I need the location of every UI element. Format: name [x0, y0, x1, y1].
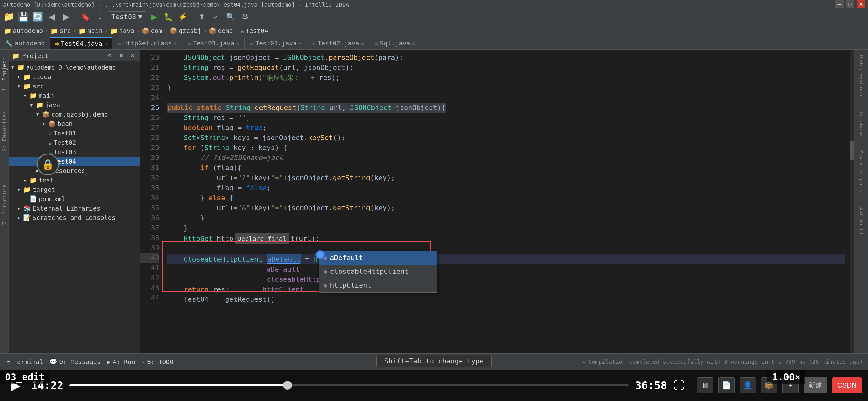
code-editor[interactable]: JSONObject jsonObject = JSONObject.parse…: [162, 50, 850, 353]
commit-button[interactable]: ✓: [210, 11, 222, 23]
tree-item-com-qzcsbj-demo[interactable]: ▼ 📦 com.qzcsbj.demo: [9, 110, 140, 119]
project-collapse-button[interactable]: ≡: [117, 51, 125, 60]
tree-item-scratches[interactable]: ▶ 📝 Scratches and Consoles: [9, 213, 140, 223]
progress-bar[interactable]: [69, 384, 629, 386]
tree-item-test01[interactable]: ☕ Test01: [9, 128, 140, 138]
tab-httpget-close[interactable]: ✕: [174, 40, 177, 46]
tree-item-main[interactable]: ▼ 📁 main: [9, 91, 140, 100]
tab-test02[interactable]: ☕ Test02.java ✕: [307, 37, 369, 50]
code-line-35: url+="&"+key+"="+jsonObject.getString(ke…: [167, 203, 845, 213]
breadcrumb-qzcsbj[interactable]: 📦 qzcsbj: [169, 27, 201, 34]
terminal-button[interactable]: 🖥: [697, 377, 713, 394]
open-folder-button[interactable]: 📁: [2, 11, 15, 23]
autocomplete-item-httpclient[interactable]: ◆ httpClient: [319, 279, 437, 292]
terminal-status[interactable]: 🖥 Terminal: [5, 358, 43, 366]
breadcrumb-demo[interactable]: 📦 demo: [209, 27, 233, 34]
scroll-thumb[interactable]: [850, 141, 854, 160]
minimize-button[interactable]: ─: [835, 0, 844, 8]
debug-button[interactable]: 🐛: [162, 11, 175, 23]
tree-item-target[interactable]: ▼ 📁 target: [9, 185, 140, 194]
vcs-button[interactable]: ⬆: [195, 11, 208, 23]
project-close-button[interactable]: ✕: [128, 51, 137, 60]
tab-test04-icon: ✱: [55, 40, 59, 47]
tab-test02-close[interactable]: ✕: [361, 40, 364, 46]
lock-overlay: 🔒: [37, 153, 59, 175]
tree-item-test04[interactable]: ☕ Test04: [9, 156, 140, 166]
maven-button[interactable]: Maven Projects: [857, 148, 866, 195]
notes-button[interactable]: 📄: [718, 377, 735, 394]
csdn-button[interactable]: CSDN: [832, 377, 862, 394]
new-button[interactable]: 新建: [804, 377, 827, 394]
autocomplete-item-adefault[interactable]: ◆ aDefault: [319, 251, 437, 265]
run-button[interactable]: ▶: [148, 11, 160, 23]
tab-test03-close[interactable]: ✕: [236, 40, 239, 46]
tab-test01[interactable]: ☕ Test01.java ✕: [245, 37, 307, 50]
title-text: autodemo [D:\demo\autodemo] - ...\src\ma…: [3, 1, 349, 8]
fullscreen-button[interactable]: ⛶: [673, 379, 685, 392]
breadcrumb-java[interactable]: 📁 java: [110, 27, 134, 34]
sidebar-structure-label[interactable]: 7: Structure: [0, 180, 9, 229]
tab-sql-close[interactable]: ✕: [412, 40, 415, 46]
code-line-34: } else {: [167, 193, 845, 203]
todo-status[interactable]: ☑ 6: TODO: [142, 358, 173, 366]
project-settings-button[interactable]: ⚙: [105, 51, 114, 60]
tab-test03[interactable]: ☕ Test03.java ✕: [182, 37, 245, 50]
tab-autodemo[interactable]: 🔧 autodemo: [0, 37, 50, 50]
search-button[interactable]: 🔍: [224, 11, 237, 23]
tab-sql[interactable]: ☕ Sql.java ✕: [369, 37, 420, 50]
database-button[interactable]: Database: [857, 109, 866, 139]
tab-test01-close[interactable]: ✕: [299, 40, 302, 46]
code-line-42: closeableHttpClient: [167, 275, 845, 284]
run-status[interactable]: ▶ 4: Run: [107, 358, 135, 366]
run-config-selector[interactable]: Test03 ▼: [108, 11, 146, 22]
user-button[interactable]: 👤: [740, 377, 756, 394]
step-over-button[interactable]: ⤵: [94, 11, 106, 23]
tree-item-src[interactable]: ▼ 📁 src: [9, 82, 140, 91]
forward-button[interactable]: ▶: [60, 11, 72, 23]
sidebar-project-label[interactable]: 1: Project: [0, 53, 9, 95]
tree-item-resources[interactable]: ▶ 📁 resources: [9, 166, 140, 175]
breadcrumb-autodemo[interactable]: 📁 autodemo: [4, 27, 43, 34]
tree-item-autodemo[interactable]: ▼ 📁 autodemo D:\demo\autodemo: [9, 63, 140, 72]
project-label: 📁: [12, 52, 20, 59]
code-line-39: [167, 245, 845, 254]
tree-item-bean[interactable]: ▶ 📦 bean: [9, 119, 140, 128]
editor-area[interactable]: 20 21 22 23 24 25 26 27 28 29 30 31 32 3…: [140, 50, 854, 353]
save-button[interactable]: 💾: [17, 11, 29, 23]
progress-handle[interactable]: [283, 381, 292, 390]
coverage-button[interactable]: ⚡: [177, 11, 189, 23]
messages-status[interactable]: 💬 0: Messages: [50, 358, 100, 366]
window-controls[interactable]: ─ □ ✕: [835, 0, 865, 8]
tab-test04-close[interactable]: ✕: [104, 41, 107, 47]
editor-scrollbar[interactable]: [850, 50, 854, 353]
sidebar-favorites-label[interactable]: 2: Favorites: [0, 107, 9, 155]
breadcrumb-main[interactable]: 📁 main: [79, 27, 103, 34]
bookmark-button[interactable]: 🔖: [79, 11, 92, 23]
tree-item-test02[interactable]: ☕ Test02: [9, 138, 140, 147]
tab-httpget[interactable]: ☕ HttpGet.class ✕: [112, 37, 182, 50]
breadcrumb: 📁 autodemo › 📁 src › 📁 main › 📁 java › 📦…: [0, 25, 868, 36]
tree-item-pom[interactable]: 📄 pom.xml: [9, 194, 140, 204]
back-button[interactable]: ◀: [46, 11, 58, 23]
tab-test04[interactable]: ✱ Test04.java ✕: [50, 37, 112, 50]
breadcrumb-test04[interactable]: ☕ Test04: [241, 27, 268, 34]
redis-explorer-button[interactable]: Redis Explorer: [857, 53, 866, 100]
autocomplete-popup[interactable]: ◆ aDefault ◆ closeableHttpClient ◆ httpC…: [318, 251, 437, 293]
refresh-button[interactable]: 🔄: [31, 11, 44, 23]
tree-item-idea[interactable]: ▶ 📁 .idea: [9, 72, 140, 82]
settings-button[interactable]: ⚙: [239, 11, 251, 23]
close-button[interactable]: ✕: [857, 0, 865, 8]
ant-build-button[interactable]: Ant Build: [857, 205, 866, 237]
tree-item-test03[interactable]: ☕ Test03: [9, 147, 140, 156]
file-tree-panel: 📁 Project ⚙ ≡ ✕ ▼ 📁 autodemo D:\demo\aut…: [9, 50, 140, 353]
breadcrumb-src[interactable]: 📁 src: [51, 27, 71, 34]
tab-autodemo-icon: 🔧: [5, 39, 13, 47]
breadcrumb-com[interactable]: 📦 com: [142, 27, 162, 34]
maximize-button[interactable]: □: [846, 0, 854, 8]
tree-item-test[interactable]: ▶ 📁 test: [9, 175, 140, 185]
tree-item-java[interactable]: ▼ 📁 java: [9, 100, 140, 110]
tree-item-external-libs[interactable]: ▶ 📚 External Libraries: [9, 204, 140, 213]
autocomplete-item-closeable[interactable]: ◆ closeableHttpClient: [319, 265, 437, 279]
declare-final-hint[interactable]: Declare final: [235, 233, 289, 245]
video-controls[interactable]: 03_edit 1.00× ▶ 14:22 36:58 ⛶ 🖥 📄 👤 📦 + …: [0, 370, 868, 401]
